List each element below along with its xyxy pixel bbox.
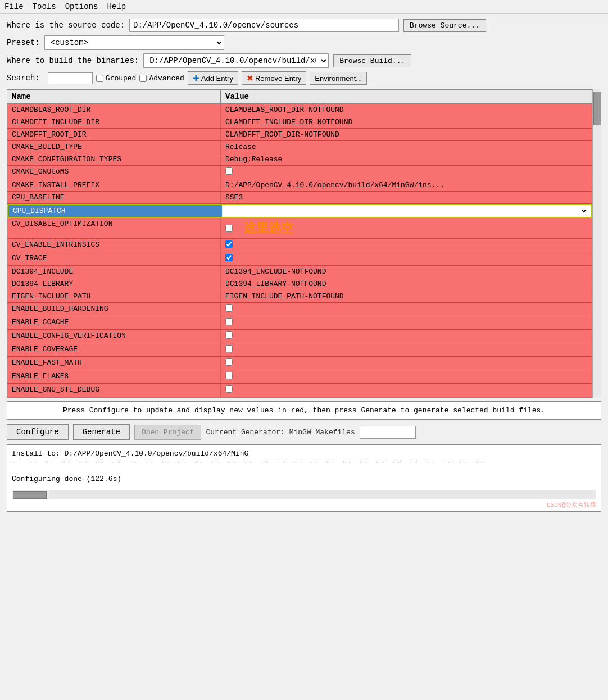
advanced-checkbox-label[interactable]: Advanced — [139, 74, 184, 83]
configure-button[interactable]: Configure — [7, 424, 69, 440]
table-row[interactable]: CPU_BASELINE SSE3 — [7, 192, 592, 204]
table-row[interactable]: CMAKE_GNUtoMS — [7, 166, 592, 179]
cv-trace-checkbox[interactable] — [225, 254, 233, 261]
cpu-dispatch-row[interactable]: CPU_DISPATCH — [7, 204, 592, 218]
name-column-header: Name — [7, 90, 221, 103]
table-row[interactable]: DC1394_LIBRARY DC1394_LIBRARY-NOTFOUND — [7, 278, 592, 290]
cell-name: ENABLE_FAST_MATH — [7, 357, 221, 370]
cell-name: CMAKE_INSTALL_PREFIX — [7, 179, 221, 191]
enable-gnu-stl-debug-checkbox[interactable] — [225, 385, 233, 393]
cell-name: ENABLE_BUILD_HARDENING — [7, 303, 221, 316]
enable-coverage-checkbox[interactable] — [225, 345, 233, 352]
menu-file[interactable]: File — [4, 2, 24, 11]
table-row[interactable]: ENABLE_FAST_MATH — [7, 357, 592, 370]
table-row[interactable]: ENABLE_BUILD_HARDENING — [7, 303, 592, 316]
cpu-dispatch-value[interactable] — [222, 205, 591, 217]
cell-name: CV_TRACE — [7, 252, 221, 265]
grouped-checkbox[interactable] — [96, 75, 103, 82]
cell-value — [221, 252, 592, 265]
enable-flake8-checkbox[interactable] — [225, 372, 233, 379]
preset-row: Preset: <custom> — [7, 35, 601, 50]
cpu-dispatch-select[interactable] — [224, 206, 588, 216]
menu-options[interactable]: Options — [65, 2, 98, 11]
cell-value — [221, 303, 592, 316]
output-line-2: -- -- -- -- -- -- -- -- -- -- -- -- -- -… — [12, 458, 596, 466]
source-input[interactable] — [129, 19, 399, 32]
search-input[interactable] — [48, 72, 93, 84]
table-row[interactable]: EIGEN_INCLUDE_PATH EIGEN_INCLUDE_PATH-NO… — [7, 290, 592, 303]
cv-enable-intrinsics-checkbox[interactable] — [225, 240, 233, 248]
remove-entry-button[interactable]: ✖ Remove Entry — [242, 71, 306, 85]
cell-name: ENABLE_CONFIG_VERIFICATION — [7, 330, 221, 343]
menu-help[interactable]: Help — [107, 2, 126, 11]
table-row[interactable]: CLAMDFFT_ROOT_DIR CLAMDFFT_ROOT_DIR-NOTF… — [7, 129, 592, 141]
cell-value: Release — [221, 141, 592, 153]
browse-source-button[interactable]: Browse Source... — [403, 19, 486, 32]
preset-select[interactable]: <custom> — [44, 35, 224, 50]
table-header: Name Value — [7, 90, 592, 104]
enable-ccache-checkbox[interactable] — [225, 318, 233, 325]
table-row[interactable]: DC1394_INCLUDE DC1394_INCLUDE-NOTFOUND — [7, 266, 592, 278]
table-row[interactable]: ENABLE_CONFIG_VERIFICATION — [7, 330, 592, 343]
cell-value: SSE3 — [221, 192, 592, 203]
source-label: Where is the source code: — [7, 21, 125, 30]
table-row[interactable]: CMAKE_INSTALL_PREFIX D:/APP/OpenCV_4.10.… — [7, 179, 592, 192]
cell-value: DC1394_LIBRARY-NOTFOUND — [221, 278, 592, 290]
output-line-4: Configuring done (122.6s) — [12, 475, 596, 483]
cell-name: ENABLE_COVERAGE — [7, 343, 221, 356]
source-row: Where is the source code: Browse Source.… — [7, 19, 601, 32]
output-line-1: Install to: D:/APP/OpenCV_4.10.0/opencv/… — [12, 449, 596, 458]
table-row[interactable]: CLAMDBLAS_ROOT_DIR CLAMDBLAS_ROOT_DIR-NO… — [7, 104, 592, 116]
browse-build-button[interactable]: Browse Build... — [333, 54, 411, 67]
build-label: Where to build the binaries: — [7, 56, 139, 65]
grouped-checkbox-label[interactable]: Grouped — [96, 74, 137, 83]
menu-tools[interactable]: Tools — [33, 2, 56, 11]
generate-button[interactable]: Generate — [73, 424, 130, 440]
table-row[interactable]: ENABLE_CCACHE — [7, 316, 592, 330]
cell-name: CMAKE_GNUtoMS — [7, 166, 221, 179]
cell-name: ENABLE_FLAKE8 — [7, 370, 221, 383]
toolbar-row: Search: Grouped Advanced ✚ Add Entry ✖ R… — [7, 71, 601, 85]
cell-name: DC1394_INCLUDE — [7, 266, 221, 278]
cell-name: CMAKE_CONFIGURATION_TYPES — [7, 153, 221, 165]
build-select[interactable]: D:/APP/OpenCV_4.10.0/opencv/build/x64/Mi… — [143, 53, 329, 68]
cv-disable-opt-checkbox[interactable] — [225, 225, 233, 232]
table-row[interactable]: ENABLE_COVERAGE — [7, 343, 592, 357]
cell-name: CV_DISABLE_OPTIMIZATION — [7, 218, 221, 238]
add-entry-button[interactable]: ✚ Add Entry — [188, 71, 238, 85]
cell-name: CLAMDFFT_ROOT_DIR — [7, 129, 221, 140]
cell-value — [221, 166, 592, 179]
vertical-scrollbar[interactable] — [592, 89, 601, 398]
cell-value — [221, 316, 592, 329]
table-row[interactable]: CV_DISABLE_OPTIMIZATION 这里选空 — [7, 218, 592, 239]
x-icon: ✖ — [247, 74, 253, 83]
table-row[interactable]: CLAMDFFT_INCLUDE_DIR CLAMDFFT_INCLUDE_DI… — [7, 116, 592, 129]
table-row[interactable]: ENABLE_GNU_STL_DEBUG — [7, 384, 592, 397]
cell-value — [221, 239, 592, 252]
generator-input[interactable] — [360, 426, 416, 439]
grouped-label: Grouped — [106, 74, 137, 83]
table-row[interactable]: ENABLE_FLAKE8 — [7, 370, 592, 384]
table-row[interactable]: CV_TRACE — [7, 252, 592, 266]
enable-config-verify-checkbox[interactable] — [225, 331, 233, 339]
horizontal-scrollbar-thumb[interactable] — [13, 491, 47, 499]
table-row[interactable]: CMAKE_CONFIGURATION_TYPES Debug;Release — [7, 153, 592, 166]
remove-entry-label: Remove Entry — [255, 74, 301, 83]
cell-value: DC1394_INCLUDE-NOTFOUND — [221, 266, 592, 278]
search-label: Search: — [7, 74, 40, 83]
cmake-gnutoms-checkbox[interactable] — [225, 167, 233, 175]
enable-fast-math-checkbox[interactable] — [225, 358, 233, 366]
annotation-text: 这里选空 — [244, 220, 293, 237]
horizontal-scrollbar[interactable] — [12, 490, 596, 499]
advanced-checkbox[interactable] — [139, 75, 147, 82]
table-row[interactable]: CV_ENABLE_INTRINSICS — [7, 239, 592, 252]
generator-label: Current Generator: MinGW Makefiles — [206, 428, 355, 437]
cell-value: CLAMDFFT_ROOT_DIR-NOTFOUND — [221, 129, 592, 140]
table-row[interactable]: CMAKE_BUILD_TYPE Release — [7, 141, 592, 153]
cmake-table: Name Value CLAMDBLAS_ROOT_DIR CLAMDBLAS_… — [7, 89, 601, 398]
environment-button[interactable]: Environment... — [310, 72, 367, 85]
enable-build-hardening-checkbox[interactable] — [225, 304, 233, 312]
scrollbar-thumb[interactable] — [593, 92, 601, 125]
advanced-label: Advanced — [149, 74, 184, 83]
open-project-button[interactable]: Open Project — [134, 425, 202, 440]
